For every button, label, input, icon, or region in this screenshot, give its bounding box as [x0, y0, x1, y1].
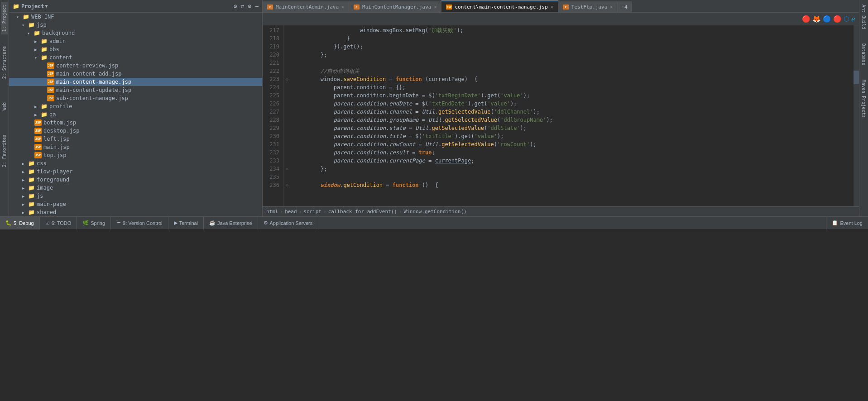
tree-item-left-jsp[interactable]: JSP left.jsp [9, 135, 262, 143]
tree-item-image[interactable]: ▶ 📁 image [9, 184, 262, 192]
line-num-231: 231 [263, 140, 279, 148]
tree-item-desktop-jsp[interactable]: JSP desktop.jsp [9, 127, 262, 135]
tree-item-jsp[interactable]: ▾ 📁 jsp [9, 21, 262, 29]
tab-more[interactable]: ≡4 [618, 1, 631, 12]
tree-item-main-content-add[interactable]: JSP main-content-add.jsp [9, 70, 262, 78]
code-line-224: parent.condition = {}; [294, 83, 850, 91]
browser-edge[interactable]: ⬡ [844, 15, 849, 23]
project-icon: 📁 [13, 3, 19, 10]
tree-item-web-inf[interactable]: ▾ 📁 WEB-INF [9, 13, 262, 21]
left-tab-project[interactable]: 1: Project [1, 2, 8, 34]
left-tab-web[interactable]: Web [1, 100, 8, 113]
bottom-tab-debug[interactable]: 🐛 5: Debug [0, 217, 40, 229]
left-tab-structure[interactable]: 2: Structure [1, 43, 8, 81]
tab-label-ftp: TestFtp.java [571, 4, 607, 10]
project-panel-header: 📁 Project ▼ ⚙ ⇄ ⚙ — [9, 0, 262, 13]
bottom-tab-event-log[interactable]: 📋 Event Log [826, 217, 868, 229]
tree-item-main-page[interactable]: ▶ 📁 main-page [9, 200, 262, 208]
line-num-224: 224 [263, 83, 279, 91]
vc-label: 9: Version Control [123, 220, 162, 226]
bottom-tab-app-servers[interactable]: ⚙ Application Servers [258, 217, 319, 229]
tab-close-manage-jsp[interactable]: × [551, 5, 553, 10]
app-servers-icon: ⚙ [264, 220, 268, 226]
tree-item-profile[interactable]: ▶ 📁 profile [9, 102, 262, 110]
bottom-tab-spring[interactable]: 🌿 Spring [77, 217, 111, 229]
tree-item-shared[interactable]: ▶ 📁 shared [9, 208, 262, 216]
breadcrumb-script[interactable]: script [303, 209, 321, 215]
code-line-217: window.msgBox.setMsg('加载失败'); [294, 26, 850, 34]
tree-item-main-content-manage[interactable]: JSP main-content-manage.jsp [9, 78, 262, 86]
tree-item-main-jsp[interactable]: JSP main.jsp [9, 143, 262, 151]
code-line-222: //自动查询相关 [294, 67, 850, 75]
right-tab-maven[interactable]: Maven Projects [860, 77, 867, 120]
bottom-tab-todo[interactable]: ☑ 6: TODO [40, 217, 77, 229]
tab-main-manage-jsp[interactable]: JSP content\main-content-manage.jsp × [441, 0, 558, 12]
browser-ie[interactable]: ℯ [851, 15, 855, 23]
browser-safari[interactable]: 🔵 [823, 15, 831, 23]
tab-test-ftp[interactable]: C TestFtp.java × [558, 1, 618, 12]
line-num-226: 226 [263, 100, 279, 108]
tree-item-flow-player[interactable]: ▶ 📁 flow-player [9, 167, 262, 176]
right-tab-database[interactable]: Database [860, 41, 867, 68]
project-settings-icon[interactable]: ⚙ [248, 3, 251, 10]
tree-item-content[interactable]: ▾ 📁 content [9, 53, 262, 62]
code-editor: 217 218 219 220 221 222 223 224 225 226 … [263, 25, 859, 206]
breadcrumb-callback[interactable]: callback for addEvent() [328, 209, 397, 215]
breadcrumb-get-condition[interactable]: Window.getCondition() [404, 209, 467, 215]
spring-icon: 🌿 [82, 220, 89, 226]
tree-item-qa[interactable]: ▶ 📁 qa [9, 110, 262, 119]
left-tab-favorites[interactable]: 2: Favorites [1, 132, 8, 170]
scrollbar-minimap[interactable] [854, 25, 859, 206]
code-line-227: parent.condition.channel = Util.getSelec… [294, 108, 850, 116]
project-dropdown-icon[interactable]: ▼ [45, 4, 48, 9]
tree-item-main-content-update[interactable]: JSP main-content-update.jsp [9, 86, 262, 94]
debug-label: 5: Debug [14, 220, 34, 226]
tab-close-admin[interactable]: × [341, 5, 344, 10]
tab-close-manager[interactable]: × [434, 5, 436, 10]
gutter-fold-234[interactable]: ◇ [286, 165, 288, 173]
breadcrumb-html[interactable]: html [266, 209, 278, 215]
tree-item-top-jsp[interactable]: JSP top.jsp [9, 151, 262, 159]
code-line-234: }; [294, 165, 850, 173]
tab-main-admin[interactable]: C MainContentAdmin.java × [263, 1, 349, 12]
gutter-fold-223[interactable]: ◇ [286, 75, 288, 83]
line-num-217: 217 [263, 26, 279, 34]
browser-opera[interactable]: 🔴 [833, 15, 842, 23]
gutter-fold-236[interactable]: ◇ [286, 181, 288, 189]
line-num-227: 227 [263, 108, 279, 116]
browser-firefox[interactable]: 🦊 [812, 15, 821, 23]
tree-item-content-preview[interactable]: JSP content-preview.jsp [9, 62, 262, 70]
project-sync-icon[interactable]: ⚙ [234, 3, 237, 10]
editor-area: C MainContentAdmin.java × C MainContentM… [263, 0, 859, 216]
code-line-231: parent.condition.rowCount = Util.getSele… [294, 140, 850, 148]
tree-item-admin[interactable]: ▶ 📁 admin [9, 37, 262, 45]
browser-chrome[interactable]: 🔴 [802, 15, 810, 23]
bottom-tab-version-control[interactable]: ⊢ 9: Version Control [111, 217, 168, 229]
tab-close-ftp[interactable]: × [610, 5, 613, 10]
line-num-219: 219 [263, 43, 279, 51]
tree-item-foreground[interactable]: ▶ 📁 foreground [9, 176, 262, 184]
line-num-221: 221 [263, 59, 279, 67]
code-line-218: } [294, 34, 850, 43]
app-servers-label: Application Servers [270, 220, 313, 226]
tree-item-css[interactable]: ▶ 📁 css [9, 159, 262, 167]
code-content[interactable]: window.msgBox.setMsg('加载失败'); } [291, 25, 854, 206]
tree-item-background[interactable]: ▾ 📁 background [9, 29, 262, 37]
tree-item-sub-content-manage[interactable]: JSP sub-content-manage.jsp [9, 94, 262, 102]
tab-icon-manage-jsp: JSP [446, 5, 452, 10]
breadcrumb-bar: html › head › script › callback for addE… [263, 206, 859, 216]
tree-item-js[interactable]: ▶ 📁 js [9, 192, 262, 200]
terminal-icon: ▶ [174, 220, 177, 226]
bottom-tab-java-enterprise[interactable]: ☕ Java Enterprise [204, 217, 258, 229]
todo-icon: ☑ [45, 220, 50, 226]
tree-item-bbs[interactable]: ▶ 📁 bbs [9, 45, 262, 53]
breadcrumb-head[interactable]: head [285, 209, 297, 215]
bottom-tab-terminal[interactable]: ▶ Terminal [168, 217, 204, 229]
tree-item-bottom-jsp[interactable]: JSP bottom.jsp [9, 119, 262, 127]
project-minimize-icon[interactable]: — [255, 3, 259, 10]
right-tab-ant-build[interactable]: Ant Build [860, 2, 867, 32]
project-collapse-icon[interactable]: ⇄ [241, 3, 245, 10]
tab-main-manager[interactable]: C MainContentManager.java × [349, 1, 441, 12]
jee-label: Java Enterprise [217, 220, 252, 226]
code-line-221 [294, 59, 850, 67]
